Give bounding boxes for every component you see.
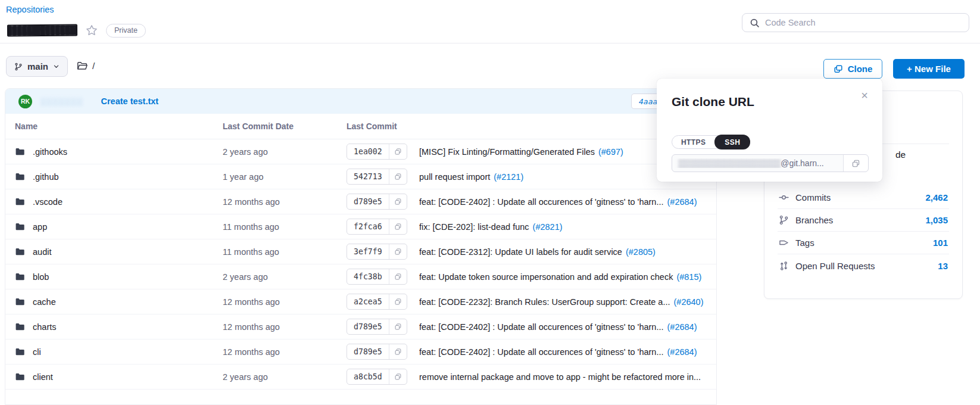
column-header-name[interactable]: Name (15, 122, 223, 131)
code-search-box[interactable] (742, 13, 969, 32)
copy-icon[interactable] (389, 319, 407, 334)
commit-sha-pill[interactable]: a2cea5 (347, 294, 407, 310)
folder-icon (15, 147, 25, 157)
commit-sha-pill[interactable]: d789e5 (347, 319, 407, 335)
stat-value[interactable]: 101 (933, 238, 948, 248)
commit-sha-pill[interactable]: 3ef7f9 (347, 244, 407, 260)
commit-message[interactable]: feat: [CODE-2402] : Update all occurence… (419, 322, 664, 332)
code-search-input[interactable] (765, 18, 969, 27)
file-table-body: .githooks 2 years ago 1ea002 [MISC] Fix … (5, 139, 716, 390)
repo-stat-row[interactable]: Commits 2,462 (778, 186, 949, 209)
commit-sha-pill[interactable]: 4fc38b (347, 269, 407, 285)
file-name[interactable]: cache (33, 297, 56, 307)
table-row[interactable]: .github 1 year ago 542713 pull request i… (5, 164, 716, 189)
protocol-toggle: HTTPS SSH (672, 135, 750, 149)
latest-commit-message-link[interactable]: Create test.txt (101, 96, 158, 106)
repo-stat-row[interactable]: Branches 1,035 (778, 209, 949, 232)
copy-icon[interactable] (389, 219, 407, 234)
table-row[interactable]: charts 12 months ago d789e5 feat: [CODE-… (5, 314, 716, 339)
commit-sha-pill[interactable]: 1ea002 (347, 144, 407, 160)
commit-sha-pill[interactable]: f2fca6 (347, 219, 407, 235)
repo-stat-row[interactable]: Tags 101 (778, 232, 949, 254)
protocol-option-https[interactable]: HTTPS (672, 135, 714, 149)
breadcrumb-repositories-link[interactable]: Repositories (6, 5, 54, 14)
branch-selector[interactable]: main (6, 56, 68, 77)
copy-icon[interactable] (389, 144, 407, 159)
commit-sha-pill[interactable]: 542713 (347, 169, 407, 185)
commit-icon (779, 192, 789, 202)
copy-icon[interactable] (389, 269, 407, 284)
column-header-last-commit-date[interactable]: Last Commit Date (223, 122, 347, 131)
column-header-last-commit[interactable]: Last Commit (347, 122, 707, 131)
commit-message[interactable]: feat: [CODE-2312]: Update UI labels for … (419, 247, 622, 257)
commit-message[interactable]: pull request import (419, 172, 490, 182)
private-badge: Private (106, 24, 146, 38)
file-browser-panel: RK ▒▒▒▒▒▒▒ Create test.txt 4aaa69 Name L… (5, 88, 717, 405)
path-separator[interactable]: / (92, 61, 95, 71)
copy-icon[interactable] (389, 294, 407, 309)
stat-value[interactable]: 2,462 (925, 192, 948, 202)
stat-label: Branches (795, 215, 833, 225)
copy-icon[interactable] (389, 244, 407, 259)
pr-link[interactable]: (#2640) (674, 297, 704, 307)
file-name[interactable]: .github (33, 172, 59, 182)
file-name[interactable]: charts (33, 322, 57, 332)
file-name[interactable]: blob (33, 272, 49, 282)
pr-link[interactable]: (#697) (598, 147, 623, 157)
file-name[interactable]: .vscode (33, 197, 63, 207)
pr-link[interactable]: (#2684) (667, 322, 697, 332)
pr-link[interactable]: (#2805) (626, 247, 656, 257)
commit-message[interactable]: remove internal package and move to app … (419, 372, 701, 382)
file-name[interactable]: app (33, 222, 47, 232)
copy-icon[interactable] (389, 369, 407, 384)
commit-sha-pill[interactable]: d789e5 (347, 194, 407, 210)
protocol-option-ssh[interactable]: SSH (714, 135, 750, 149)
commit-message[interactable]: fix: [CDE-202]: list-dead func (419, 222, 529, 232)
commit-message[interactable]: feat: [CODE-2232]: Branch Rules: UserGro… (419, 297, 670, 307)
current-branch-label: main (27, 61, 48, 71)
stat-value[interactable]: 13 (938, 261, 948, 271)
table-row[interactable]: app 11 months ago f2fca6 fix: [CDE-202]:… (5, 214, 716, 239)
pr-link[interactable]: (#2121) (494, 172, 523, 182)
open-folder-icon (77, 61, 88, 71)
commit-message[interactable]: [MISC] Fix Linting/Formatting/Generated … (419, 147, 595, 157)
commit-message[interactable]: feat: [CODE-2402] : Update all occurence… (419, 347, 664, 357)
file-name[interactable]: .githooks (33, 147, 67, 157)
pr-link[interactable]: (#815) (676, 272, 701, 282)
last-commit-date: 1 year ago (223, 172, 347, 182)
table-row[interactable]: cli 12 months ago d789e5 feat: [CODE-240… (5, 339, 716, 364)
clone-url-field[interactable]: ▒▒▒▒▒▒▒▒▒▒▒▒▒▒▒▒▒▒@git.harn... (672, 154, 869, 172)
table-row[interactable]: .githooks 2 years ago 1ea002 [MISC] Fix … (5, 139, 716, 164)
file-name[interactable]: client (33, 372, 53, 382)
stat-label: Tags (795, 238, 814, 248)
header-divider (0, 43, 980, 43)
copy-url-button[interactable] (843, 155, 868, 172)
close-icon[interactable]: × (861, 89, 868, 101)
repo-stat-row[interactable]: Open Pull Requests 13 (778, 254, 949, 277)
copy-icon[interactable] (389, 344, 407, 359)
pr-link[interactable]: (#2821) (533, 222, 563, 232)
new-file-button[interactable]: + New File (893, 59, 965, 79)
pr-link[interactable]: (#2684) (667, 347, 697, 357)
clone-button[interactable]: Clone (823, 59, 882, 79)
file-name[interactable]: audit (33, 247, 51, 257)
latest-commit-bar: RK ▒▒▒▒▒▒▒ Create test.txt 4aaa69 (5, 89, 716, 114)
table-row[interactable]: audit 11 months ago 3ef7f9 feat: [CODE-2… (5, 239, 716, 264)
commit-message[interactable]: feat: [CODE-2402] : Update all occurence… (419, 197, 664, 207)
commit-sha-pill[interactable]: a8cb5d (347, 369, 407, 385)
folder-icon (15, 222, 25, 232)
copy-icon[interactable] (389, 194, 407, 209)
clone-url-visible-suffix: @git.harn... (781, 158, 824, 168)
table-row[interactable]: .vscode 12 months ago d789e5 feat: [CODE… (5, 189, 716, 214)
stat-value[interactable]: 1,035 (925, 215, 948, 225)
table-row[interactable]: blob 2 years ago 4fc38b feat: Update tok… (5, 264, 716, 289)
file-name[interactable]: cli (33, 347, 41, 357)
favorite-star-icon[interactable] (85, 24, 98, 37)
copy-icon[interactable] (389, 169, 407, 184)
commit-sha-pill[interactable]: d789e5 (347, 344, 407, 360)
table-row[interactable]: client 2 years ago a8cb5d remove interna… (5, 364, 716, 390)
commit-message[interactable]: feat: Update token source impersonation … (419, 272, 673, 282)
table-row[interactable]: cache 12 months ago a2cea5 feat: [CODE-2… (5, 289, 716, 314)
avatar[interactable]: RK (18, 95, 32, 108)
pr-link[interactable]: (#2684) (667, 197, 697, 207)
